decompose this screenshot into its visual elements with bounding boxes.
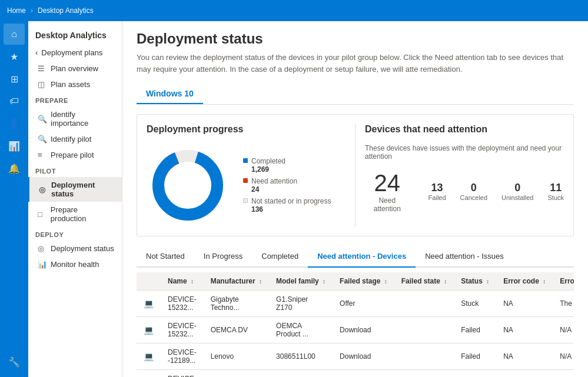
cell-failed-stage: Offer <box>333 291 394 317</box>
model-sort-icon: ↕ <box>323 278 325 285</box>
th-failed-stage[interactable]: Failed stage ↕ <box>333 272 394 291</box>
sidebar-item-deployment-status-deploy[interactable]: ◎ Deployment status <box>28 241 122 256</box>
sidebar-collapse-deployment-plans[interactable]: ‹ Deployment plans <box>28 45 122 61</box>
cell-status: Stuck <box>454 291 496 317</box>
donut-chart <box>147 144 229 226</box>
cell-model-family: 3086511L00 <box>269 343 333 370</box>
sidebar-item-plan-overview[interactable]: ☰ Plan overview <box>28 61 122 76</box>
th-name[interactable]: Name ↕ <box>161 272 204 291</box>
th-status[interactable]: Status ↕ <box>454 272 496 291</box>
grid-icon[interactable]: ⊞ <box>4 68 25 89</box>
top-tab-bar: Windows 10 <box>137 84 574 105</box>
sidebar-item-deployment-status-pilot[interactable]: ◎ Deployment status <box>28 177 122 202</box>
sidebar: Desktop Analytics ‹ Deployment plans ☰ P… <box>28 21 122 377</box>
prepare-production-icon: □ <box>38 210 46 219</box>
sidebar-item-plan-assets[interactable]: ◫ Plan assets <box>28 76 122 92</box>
attention-count-label: Need attention <box>365 196 410 213</box>
tools-icon[interactable]: 🔧 <box>4 351 25 372</box>
deployment-card: Deployment progress <box>137 114 574 236</box>
star-icon[interactable]: ★ <box>4 46 25 67</box>
sidebar-item-prepare-pilot[interactable]: ≡ Prepare pilot <box>28 147 122 163</box>
bottom-tab-bar: Not Started In Progress Completed Need a… <box>137 246 574 268</box>
device-icon: 💻 <box>144 352 154 361</box>
legend-not-started: Not started or in progress 136 <box>243 197 331 213</box>
attention-main: 24 Need attention 13 Failed 0 C <box>365 170 564 213</box>
breadcrumb-sep: › <box>31 6 33 15</box>
stat-stuck: 11 Stuck <box>547 182 564 201</box>
legend-need-attention: Need attention 24 <box>243 177 331 193</box>
error-code-sort-icon: ↕ <box>543 278 546 285</box>
tab-need-attention-devices[interactable]: Need attention - Devices <box>308 246 416 268</box>
cell-manufacturer: Gigabyte Techno... <box>204 291 269 317</box>
th-model-family[interactable]: Model family ↕ <box>269 272 333 291</box>
top-bar: Home › Desktop Analytics <box>0 0 588 21</box>
table-row[interactable]: 💻 DEVICE-15232... OEMCA DV OEMCA Product… <box>137 317 574 343</box>
cell-failed-state <box>394 343 454 370</box>
cell-error-code: NA <box>496 343 553 370</box>
sidebar-item-prepare-production[interactable]: □ Prepare production <box>28 202 122 226</box>
page-title: Deployment status <box>137 31 574 47</box>
tab-not-started[interactable]: Not Started <box>137 246 194 268</box>
cell-manufacturer: Lenovo <box>204 343 269 370</box>
cell-error-code: NA <box>496 317 553 343</box>
cell-failed-state <box>394 370 454 378</box>
tab-need-attention-issues[interactable]: Need attention - Issues <box>416 246 513 268</box>
cell-failed-state <box>394 317 454 343</box>
failed-state-sort-icon: ↕ <box>444 278 447 285</box>
sidebar-item-identify-pilot[interactable]: 🔍 Identify pilot <box>28 131 122 147</box>
chart-legend: Completed 1,269 Need attention 24 <box>243 157 331 213</box>
pilot-label: PILOT <box>28 163 122 177</box>
tab-completed[interactable]: Completed <box>252 246 308 268</box>
plan-overview-icon: ☰ <box>38 64 46 73</box>
person-icon[interactable]: 👤 <box>4 113 25 134</box>
deployment-sections: Deployment progress <box>137 115 573 236</box>
cell-error-desc: N/A <box>553 370 574 378</box>
th-manufacturer[interactable]: Manufacturer ↕ <box>204 272 269 291</box>
th-failed-state[interactable]: Failed state ↕ <box>394 272 454 291</box>
cell-manufacturer: OEMCA DV <box>204 317 269 343</box>
chart-icon[interactable]: 📊 <box>4 135 25 156</box>
cell-manufacturer: MSI <box>204 370 269 378</box>
alert-icon[interactable]: 🔔 <box>4 158 25 179</box>
cell-failed-stage: Download <box>333 343 394 370</box>
monitor-health-icon: 📊 <box>38 260 46 269</box>
legend-completed: Completed 1,269 <box>243 157 331 174</box>
attention-stats: 13 Failed 0 Canceled 0 Uninstalled <box>428 182 564 201</box>
identify-pilot-icon: 🔍 <box>38 135 46 144</box>
row-icon: 💻 <box>137 370 161 378</box>
cell-model-family: G1.Sniper Z170 <box>269 291 333 317</box>
progress-heading: Deployment progress <box>147 124 346 135</box>
cell-failed-state <box>394 291 454 317</box>
tag-icon[interactable]: 🏷 <box>4 91 25 112</box>
table-row[interactable]: 💻 DEVICE-1532... MSI MS-7885 Download Fa… <box>137 370 574 378</box>
status-sort-icon: ↕ <box>486 278 489 285</box>
sidebar-item-identify-importance[interactable]: 🔍 Identify importance <box>28 106 122 131</box>
th-error-desc[interactable]: Error Descript... ↕ <box>553 272 574 291</box>
cell-status: Failed <box>454 343 496 370</box>
tab-in-progress[interactable]: In Progress <box>194 246 252 268</box>
device-icon: 💻 <box>144 325 154 335</box>
devices-table: Name ↕ Manufacturer ↕ Model family ↕ <box>137 272 574 377</box>
home-breadcrumb[interactable]: Home <box>7 6 26 15</box>
cell-failed-stage: Download <box>333 370 394 378</box>
th-error-code[interactable]: Error code ↕ <box>496 272 553 291</box>
icon-rail: ⌂ ★ ⊞ 🏷 👤 📊 🔔 🔧 <box>0 21 28 377</box>
name-sort-icon: ↕ <box>191 278 194 285</box>
cell-model-family: OEMCA Product ... <box>269 317 333 343</box>
breadcrumb-current: Desktop Analytics <box>38 6 94 15</box>
need-attention-dot <box>243 178 248 183</box>
sidebar-item-monitor-health[interactable]: 📊 Monitor health <box>28 256 122 272</box>
table-row[interactable]: 💻 DEVICE--12189... Lenovo 3086511L00 Dow… <box>137 343 574 370</box>
tab-windows10[interactable]: Windows 10 <box>137 84 203 104</box>
attention-section: Devices that need attention These device… <box>356 115 573 236</box>
page-description: You can review the deployment status of … <box>137 52 574 75</box>
device-icon: 💻 <box>144 299 154 308</box>
donut-svg <box>147 144 229 226</box>
cell-error-code: NA <box>496 370 553 378</box>
failed-stage-sort-icon: ↕ <box>384 278 387 285</box>
progress-section: Deployment progress <box>137 115 355 236</box>
attention-count: 24 Need attention <box>365 170 410 213</box>
home-icon[interactable]: ⌂ <box>4 24 25 45</box>
table-row[interactable]: 💻 DEVICE-15232... Gigabyte Techno... G1.… <box>137 291 574 317</box>
cell-failed-stage: Download <box>333 317 394 343</box>
